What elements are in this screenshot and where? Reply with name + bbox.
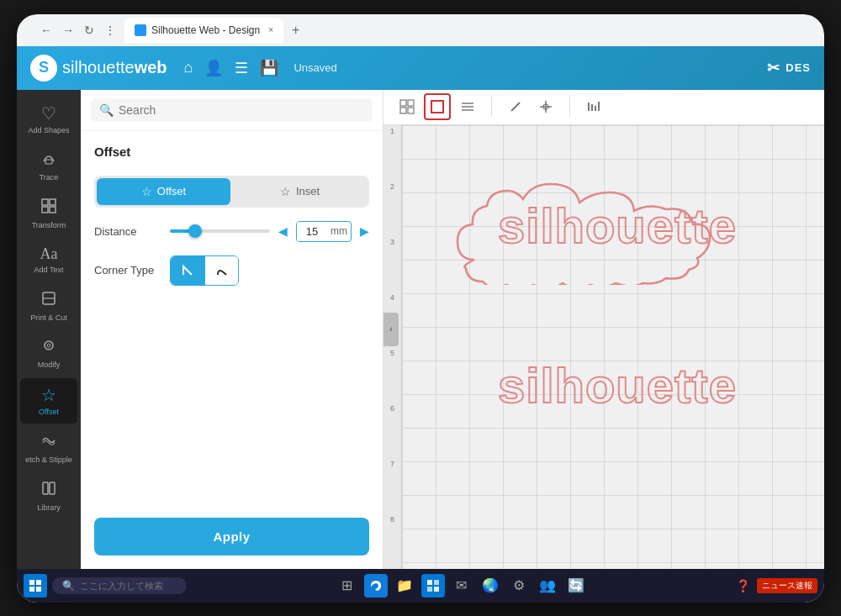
slider-increment-btn[interactable]: ▶: [360, 224, 369, 238]
taskbar-app-store[interactable]: [421, 574, 445, 598]
taskbar-search-input[interactable]: [80, 581, 172, 591]
panel-spacer: [94, 299, 369, 494]
slider-thumb[interactable]: [188, 224, 202, 238]
sidebar-item-library[interactable]: Library: [20, 473, 77, 519]
inset-tab-icon: ☆: [280, 185, 291, 198]
sidebar-label-offset: Offset: [39, 408, 59, 417]
panel-collapse-btn[interactable]: ‹: [383, 313, 399, 346]
save-icon[interactable]: 💾: [260, 59, 278, 77]
trace-icon: [40, 150, 57, 171]
svg-rect-28: [36, 580, 41, 585]
nav-forward-btn[interactable]: →: [59, 22, 77, 39]
ruler-num-3: 3: [383, 236, 401, 292]
logo-text: silhouetteweb: [62, 58, 167, 77]
taskbar-app-explorer[interactable]: 📁: [393, 574, 416, 598]
news-badge[interactable]: ニュース速報: [757, 578, 817, 593]
app-header: S silhouetteweb ⌂ 👤 ☰ 💾 Unsaved ✂ DES: [17, 46, 824, 90]
apply-button[interactable]: Apply: [94, 518, 369, 555]
sidebar-label-sketch: etch & Stipple: [25, 455, 72, 465]
canvas-bottom-area: silhouette: [419, 319, 816, 453]
sidebar-label-library: Library: [37, 503, 61, 513]
nav-back-btn[interactable]: ←: [37, 22, 56, 39]
search-wrap[interactable]: 🔍: [91, 98, 373, 122]
corner-round-btn[interactable]: [204, 256, 238, 285]
sidebar-item-offset[interactable]: ☆ Offset: [20, 378, 77, 424]
taskbar-app-mail[interactable]: ✉: [450, 574, 473, 598]
taskbar: 🔍 ⊞ 📁 ✉ 🌏 ⚙ 👥 🔄 ❓ ニュース速報: [17, 569, 824, 603]
svg-rect-30: [36, 587, 41, 592]
nav-refresh-btn[interactable]: ↻: [81, 22, 98, 39]
svg-rect-14: [408, 108, 414, 113]
taskbar-help[interactable]: ❓: [736, 579, 750, 592]
tab-offset-btn[interactable]: ☆ Offset: [97, 178, 230, 205]
taskbar-search-icon: 🔍: [62, 580, 75, 592]
taskbar-app-widgets[interactable]: ⊞: [336, 574, 359, 598]
active-tab[interactable]: Silhouette Web - Design ×: [124, 18, 283, 43]
ruler-num-2: 2: [383, 181, 401, 236]
sidebar-item-trace[interactable]: Trace: [20, 143, 77, 189]
tab-inset-btn[interactable]: ☆ Inset: [233, 178, 367, 205]
toolbar-lines-btn[interactable]: [454, 93, 481, 120]
svg-point-8: [47, 344, 50, 347]
toolbar-crosshair-btn[interactable]: [532, 93, 559, 120]
new-tab-btn[interactable]: +: [287, 21, 304, 39]
tab-offset-label: Offset: [157, 185, 186, 197]
toolbar-chart-btn[interactable]: [580, 93, 607, 120]
offset-inset-tabs: ☆ Offset ☆ Inset: [94, 176, 369, 208]
taskbar-app-settings[interactable]: ⚙: [507, 574, 531, 598]
menu-icon[interactable]: ☰: [235, 59, 248, 77]
toolbar-grid-btn[interactable]: [394, 93, 420, 120]
ruler-num-6: 6: [383, 403, 401, 458]
sidebar-item-add-shapes[interactable]: ♡ Add Shapes: [20, 97, 77, 142]
sidebar-item-modify[interactable]: Modify: [20, 330, 77, 376]
taskbar-right: ❓ ニュース速報: [736, 578, 817, 593]
taskbar-app-teams[interactable]: 👥: [536, 574, 559, 598]
distance-slider-track[interactable]: [170, 229, 270, 233]
sidebar-item-add-text[interactable]: Aa Add Text: [20, 239, 77, 282]
nav-settings-btn[interactable]: ⋮: [101, 22, 119, 39]
canvas-text-top: silhouette: [498, 197, 737, 254]
svg-rect-2: [50, 199, 56, 205]
toolbar-pen-btn[interactable]: [502, 93, 529, 120]
slider-decrement-btn[interactable]: ◀: [278, 224, 288, 238]
unsaved-label: Unsaved: [294, 61, 336, 74]
taskbar-app-edge[interactable]: [364, 574, 388, 598]
user-icon[interactable]: 👤: [204, 59, 223, 77]
taskbar-search-bar[interactable]: 🔍: [52, 577, 187, 594]
tab-favicon: [135, 24, 146, 36]
main-area: ♡ Add Shapes Trace: [17, 90, 824, 569]
tab-close-btn[interactable]: ×: [268, 25, 273, 34]
search-input[interactable]: [119, 103, 364, 117]
svg-rect-0: [45, 160, 52, 164]
svg-rect-12: [408, 100, 414, 106]
canvas-area: ‹: [383, 90, 824, 569]
canvas-grid[interactable]: silhouette silhouette: [402, 125, 824, 569]
design-button[interactable]: ✂ DES: [767, 59, 811, 77]
print-cut-icon: [40, 290, 57, 311]
distance-unit-label: mm: [327, 225, 351, 237]
toolbar-divider-2: [569, 97, 570, 117]
distance-value-input[interactable]: [297, 222, 327, 241]
search-icon: 🔍: [99, 103, 114, 117]
start-button[interactable]: [24, 574, 47, 598]
sidebar-label-print-cut: Print & Cut: [30, 313, 67, 323]
text-icon: Aa: [40, 245, 58, 263]
svg-rect-11: [400, 100, 406, 106]
browser-nav[interactable]: ← → ↻ ⋮: [37, 22, 119, 39]
toolbar-square-btn[interactable]: [424, 93, 451, 120]
header-nav-icons: ⌂ 👤 ☰ 💾 Unsaved: [184, 59, 337, 77]
taskbar-app-skype[interactable]: 🔄: [564, 574, 588, 598]
sidebar-item-transform[interactable]: Transform: [20, 191, 77, 237]
taskbar-app-chrome[interactable]: 🌏: [479, 574, 502, 598]
sidebar-item-print-cut[interactable]: Print & Cut: [20, 283, 77, 329]
design-label: DES: [785, 61, 811, 74]
scissors-icon: ✂: [767, 59, 780, 77]
home-icon[interactable]: ⌂: [184, 59, 193, 76]
corner-type-row: Corner Type: [94, 255, 369, 286]
ruler-num-8: 8: [383, 513, 401, 569]
toolbar-group-tools: [502, 93, 559, 120]
corner-sharp-btn[interactable]: [171, 256, 204, 285]
sidebar-item-sketch-stipple[interactable]: etch & Stipple: [20, 425, 77, 471]
sidebar-label-modify: Modify: [38, 361, 61, 370]
ruler-num-1: 1: [383, 125, 401, 181]
